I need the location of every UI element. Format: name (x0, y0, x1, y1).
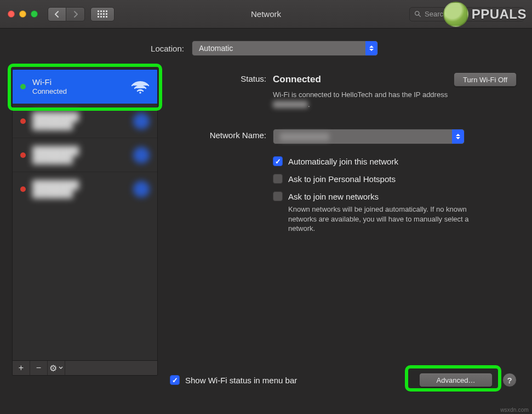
status-dot-icon (20, 84, 26, 89)
sidebar-item-redacted[interactable]: ████████████████ (13, 104, 157, 138)
nav-back-forward (48, 7, 85, 21)
gear-icon: ⚙︎ (49, 363, 57, 373)
source-watermark: wsxdn.com (500, 407, 529, 413)
ask-new-checkbox[interactable]: Ask to join new networks (273, 191, 517, 201)
network-name-popup[interactable] (273, 129, 465, 144)
ask-hotspot-checkbox[interactable]: Ask to join Personal Hotspots (273, 174, 517, 184)
window-controls (8, 10, 38, 18)
show-menu-checkbox[interactable]: Show Wi-Fi status in menu bar (170, 375, 297, 385)
search-placeholder: Search (425, 10, 447, 18)
sidebar-item-redacted[interactable]: ████████████████ (13, 138, 157, 172)
sidebar-item-sub: Connected (32, 87, 67, 96)
svg-line-1 (419, 15, 420, 16)
minimize-window-button[interactable] (19, 10, 26, 18)
titlebar: Network Search PPUALS (0, 0, 532, 29)
bottom-bar: Show Wi-Fi status in menu bar Advanced… … (170, 373, 517, 387)
sidebar-footer: + − ⚙︎ (13, 360, 157, 375)
location-label: Location: (151, 44, 184, 53)
checkbox-icon (273, 156, 283, 166)
zoom-window-button[interactable] (31, 10, 38, 18)
sidebar-item-redacted[interactable]: ████████████████ (13, 172, 157, 206)
interface-icon (133, 147, 150, 163)
status-dot-icon (20, 186, 26, 192)
redacted-ssid (280, 133, 329, 141)
interfaces-sidebar: Wi-Fi Connected █████████████ (12, 69, 158, 376)
remove-interface-button[interactable]: − (30, 361, 48, 375)
ask-new-label: Ask to join new networks (288, 192, 379, 201)
interface-icon (133, 181, 150, 197)
help-button[interactable]: ? (502, 373, 517, 387)
chevron-left-icon (54, 11, 60, 18)
location-value: Automatic (199, 44, 233, 53)
location-row: Location: Automatic (12, 41, 517, 56)
ask-hotspot-label: Ask to join Personal Hotspots (288, 174, 396, 184)
sidebar-item-text: Wi-Fi Connected (32, 77, 67, 96)
auto-join-checkbox[interactable]: Automatically join this network (273, 156, 517, 166)
status-dot-icon (20, 118, 26, 124)
chevron-down-icon (59, 366, 63, 370)
turn-wifi-off-button[interactable]: Turn Wi-Fi Off (454, 72, 517, 87)
chevron-right-icon (73, 11, 78, 18)
sidebar-wrap: Wi-Fi Connected █████████████ (12, 69, 158, 376)
sidebar-item-name: Wi-Fi (32, 77, 67, 87)
sidebar-item-wifi[interactable]: Wi-Fi Connected (13, 70, 157, 104)
add-interface-button[interactable]: + (13, 361, 30, 375)
show-all-button[interactable] (90, 7, 115, 21)
interface-actions-button[interactable]: ⚙︎ (48, 361, 65, 375)
back-button[interactable] (48, 7, 66, 21)
wifi-icon (131, 80, 150, 94)
status-description: Wi-Fi is connected to HelloTech and has … (273, 90, 470, 109)
auto-join-label: Automatically join this network (288, 157, 398, 166)
status-value: Connected (273, 74, 321, 85)
show-menu-label: Show Wi-Fi status in menu bar (185, 376, 297, 385)
ask-new-description: Known networks will be joined automatica… (288, 205, 480, 234)
checkbox-icon (273, 191, 283, 201)
close-window-button[interactable] (8, 10, 15, 18)
interface-icon (133, 113, 150, 129)
svg-point-2 (139, 92, 141, 94)
status-label: Status: (170, 72, 266, 83)
checkbox-icon (273, 174, 283, 184)
grid-icon (98, 10, 107, 18)
forward-button[interactable] (66, 7, 85, 21)
search-icon (414, 10, 421, 18)
checkbox-icon (170, 375, 180, 385)
advanced-button[interactable]: Advanced… (419, 373, 493, 387)
detail-pane: Status: Connected Turn Wi-Fi Off Wi-Fi i… (170, 69, 517, 387)
popup-stepper-icon (365, 41, 377, 55)
network-name-label: Network Name: (170, 129, 266, 140)
content-area: Location: Automatic Wi-Fi Connected (0, 29, 532, 387)
status-dot-icon (20, 152, 26, 158)
popup-stepper-icon (452, 129, 464, 144)
redacted-ip (273, 101, 308, 108)
location-popup[interactable]: Automatic (192, 41, 378, 56)
search-field[interactable]: Search (409, 7, 524, 21)
